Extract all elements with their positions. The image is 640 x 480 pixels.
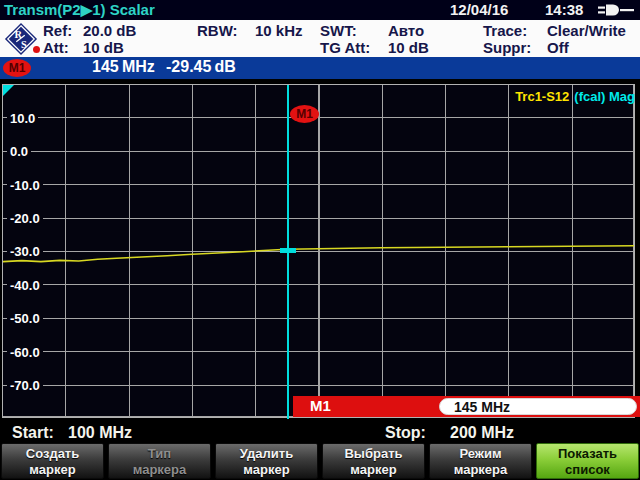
softkey-marker-mode[interactable]: Режим маркера — [429, 443, 532, 479]
marker-level-readout: -29.45 dB — [166, 58, 236, 76]
y-axis-label: -30.0 — [7, 244, 43, 259]
att-value[interactable]: 10 dB — [83, 39, 124, 56]
marker-frequency-readout: 145 MHz — [92, 58, 155, 76]
softkey-label: список — [537, 462, 638, 478]
trace-legend: Trc1-S12(fcal) Mag — [515, 89, 635, 104]
softkey-bar: Создать маркер Тип маркера Удалить марке… — [0, 443, 640, 480]
swt-label: SWT: — [320, 22, 357, 39]
trace-id: Trc1-S12 — [515, 89, 569, 104]
softkey-label: Выбрать — [323, 446, 424, 462]
instrument-screen: Transm(P2▶1) Scalar 12/04/16 14:38 R S R… — [0, 0, 640, 480]
marker-badge: M1 — [3, 59, 31, 77]
svg-text:S: S — [21, 39, 27, 50]
tg-att-label: TG Att: — [320, 39, 370, 56]
att-status-dot — [33, 46, 40, 53]
marker-point-icon — [280, 248, 296, 253]
measurement-graph: 10.0 0.0 -10.0 -20.0 -30.0 -40.0 -50.0 -… — [2, 84, 635, 418]
ref-label: Ref: — [43, 22, 72, 39]
suppr-value[interactable]: Off — [547, 39, 569, 56]
softkey-select-marker[interactable]: Выбрать маркер — [322, 443, 425, 479]
y-axis-label: 0.0 — [7, 144, 31, 159]
start-label: Start: — [12, 424, 54, 442]
softkey-label: Режим — [430, 446, 531, 462]
start-value[interactable]: 100 MHz — [68, 424, 132, 442]
y-axis-label: -20.0 — [7, 211, 43, 226]
title-bar: Transm(P2▶1) Scalar 12/04/16 14:38 — [0, 0, 640, 20]
reference-corner-icon — [3, 85, 14, 96]
date-display: 12/04/16 — [450, 1, 508, 18]
trace-mode: (fcal) Mag — [574, 89, 635, 104]
y-axis-label: 10.0 — [7, 111, 38, 126]
time-display: 14:38 — [545, 1, 583, 18]
trace-label: Trace: — [483, 22, 527, 39]
stop-label: Stop: — [385, 424, 426, 442]
ac-power-plug-icon — [597, 3, 637, 17]
softkey-label: маркер — [2, 462, 103, 478]
settings-panel: R S Ref: 20.0 dB RBW: 10 kHz SWT: Авто T… — [0, 20, 640, 57]
att-label: Att: — [43, 39, 69, 56]
y-axis-label: -40.0 — [7, 278, 43, 293]
y-axis-label: -60.0 — [7, 345, 43, 360]
trace-curve — [3, 85, 634, 417]
suppr-label: Suppr: — [483, 39, 531, 56]
rbw-label: RBW: — [197, 22, 238, 39]
softkey-label: маркер — [216, 462, 317, 478]
softkey-marker-type: Тип маркера — [108, 443, 211, 479]
trace-value[interactable]: Clear/Write — [547, 22, 626, 39]
marker-edit-bar: M1 145 MHz — [293, 396, 640, 417]
softkey-label: маркер — [323, 462, 424, 478]
marker-frequency-value: 145 MHz — [454, 399, 510, 415]
softkey-label: Тип — [109, 446, 210, 462]
softkey-label: Создать — [2, 446, 103, 462]
softkey-create-marker[interactable]: Создать маркер — [1, 443, 104, 479]
softkey-delete-marker[interactable]: Удалить маркер — [215, 443, 318, 479]
y-axis-label: -70.0 — [7, 378, 43, 393]
softkey-label: Удалить — [216, 446, 317, 462]
marker-readout-bar: M1 145 MHz -29.45 dB — [0, 57, 640, 79]
ref-value[interactable]: 20.0 dB — [83, 22, 136, 39]
y-axis-label: -10.0 — [7, 178, 43, 193]
y-axis-label: -50.0 — [7, 311, 43, 326]
measurement-title: Transm(P2▶1) Scalar — [4, 1, 155, 19]
softkey-label: маркера — [430, 462, 531, 478]
marker-flag[interactable]: M1 — [290, 105, 319, 123]
softkey-show-list[interactable]: Показать список — [536, 443, 639, 479]
tg-att-value[interactable]: 10 dB — [388, 39, 429, 56]
softkey-label: Показать — [537, 446, 638, 462]
softkey-label: маркера — [109, 462, 210, 478]
rbw-value[interactable]: 10 kHz — [255, 22, 303, 39]
marker-edit-name: M1 — [310, 397, 331, 414]
swt-value[interactable]: Авто — [388, 22, 424, 39]
stop-value[interactable]: 200 MHz — [450, 424, 514, 442]
marker-frequency-input[interactable]: 145 MHz — [439, 398, 637, 415]
